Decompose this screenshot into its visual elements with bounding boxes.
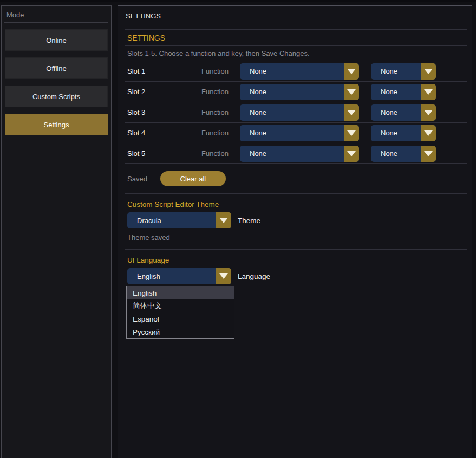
mode-sidebar: Mode Online Offline Custom Scripts Setti…: [1, 5, 112, 458]
slot-key-value: None: [371, 129, 421, 137]
dropdown-arrow-icon: [219, 218, 228, 223]
sidebar-item-online[interactable]: Online: [5, 29, 108, 51]
slot-key-select[interactable]: None: [371, 146, 436, 162]
dropdown-arrow-icon: [347, 151, 356, 156]
slot-name-label: Slot 3: [127, 108, 201, 116]
slot-function-select[interactable]: None: [240, 125, 359, 141]
language-option-label: Español: [133, 315, 159, 323]
slot-function-select[interactable]: None: [240, 104, 359, 121]
slot-name-label: Slot 2: [127, 88, 201, 96]
slot-key-arrow-button[interactable]: [421, 125, 436, 141]
dropdown-arrow-icon: [424, 130, 433, 136]
slot-name-label: Slot 4: [127, 129, 201, 137]
mode-button-label: Custom Scripts: [32, 93, 80, 101]
language-option[interactable]: Русский: [127, 325, 234, 338]
slot-key-value: None: [371, 149, 421, 158]
theme-select-label: Theme: [238, 217, 260, 225]
slot-function-select[interactable]: None: [240, 84, 359, 100]
page-title: SETTINGS: [118, 6, 472, 24]
slot-function-arrow-button[interactable]: [344, 146, 359, 162]
slot-function-label: Function: [201, 149, 240, 158]
settings-panel: SETTINGS SETTINGS Slots 1-5. Choose a fu…: [118, 5, 472, 458]
language-option-label: 简体中文: [133, 301, 162, 311]
mode-button-label: Settings: [44, 121, 69, 129]
dropdown-arrow-icon: [424, 89, 433, 95]
window-top-strip: [0, 0, 476, 2]
slots-list: Slot 1 Function None None Slot 2 Functio…: [125, 61, 467, 164]
slot-function-value: None: [240, 108, 344, 116]
slot-function-value: None: [240, 67, 344, 75]
language-select-value: English: [127, 272, 216, 280]
dropdown-arrow-icon: [347, 89, 356, 95]
slot-function-arrow-button[interactable]: [344, 84, 359, 100]
slot-name-label: Slot 1: [127, 67, 201, 75]
language-options-list: English 简体中文 Español Русский: [126, 286, 234, 339]
slot-key-value: None: [371, 108, 421, 116]
slot-key-select[interactable]: None: [371, 84, 436, 100]
slot-function-label: Function: [201, 108, 240, 116]
sidebar-item-settings[interactable]: Settings: [5, 114, 108, 135]
language-select-label: Language: [238, 272, 270, 280]
settings-content-panel: SETTINGS Slots 1-5. Choose a function an…: [125, 24, 467, 458]
slot-function-select[interactable]: None: [240, 146, 359, 162]
dropdown-arrow-icon: [347, 69, 356, 74]
slot-function-label: Function: [201, 67, 240, 75]
slot-function-arrow-button[interactable]: [344, 125, 359, 141]
slot-row: Slot 1 Function None None: [125, 61, 467, 82]
sidebar-item-custom-scripts[interactable]: Custom Scripts: [5, 86, 108, 107]
dropdown-arrow-icon: [347, 110, 356, 115]
mode-button-list: Online Offline Custom Scripts Settings: [5, 29, 108, 135]
slot-row: Slot 4 Function None None: [125, 123, 467, 143]
theme-section: Custom Script Editor Theme Dracula Theme…: [125, 194, 467, 250]
theme-select[interactable]: Dracula: [127, 212, 231, 228]
language-option[interactable]: Español: [127, 312, 234, 325]
sidebar-item-offline[interactable]: Offline: [5, 57, 108, 79]
slot-row: Slot 3 Function None None: [125, 102, 467, 123]
slot-key-arrow-button[interactable]: [421, 146, 436, 162]
slot-key-select[interactable]: None: [371, 104, 436, 121]
mode-button-label: Online: [46, 36, 67, 44]
slot-function-arrow-button[interactable]: [344, 63, 359, 80]
saved-status: Saved: [127, 175, 147, 183]
mode-button-label: Offline: [46, 64, 66, 73]
language-section-heading: UI Language: [127, 254, 465, 268]
slot-function-select[interactable]: None: [240, 63, 359, 80]
slot-key-select[interactable]: None: [371, 125, 436, 141]
language-option-label: Русский: [133, 328, 160, 336]
theme-select-arrow-button[interactable]: [216, 212, 231, 228]
slot-key-arrow-button[interactable]: [421, 63, 436, 80]
dropdown-arrow-icon: [347, 130, 356, 136]
slot-function-value: None: [240, 129, 344, 137]
slot-function-label: Function: [201, 129, 240, 137]
dropdown-arrow-icon: [424, 69, 433, 74]
slot-row: Slot 5 Function None None: [125, 143, 467, 164]
slot-key-value: None: [371, 88, 421, 96]
theme-section-heading: Custom Script Editor Theme: [127, 198, 465, 212]
language-option-label: English: [133, 289, 157, 297]
clear-all-button[interactable]: Clear all: [160, 171, 226, 186]
slot-key-value: None: [371, 67, 421, 75]
panel-top-spacer: [125, 24, 467, 30]
slot-key-arrow-button[interactable]: [421, 104, 436, 121]
language-option[interactable]: 简体中文: [127, 299, 234, 312]
language-option[interactable]: English: [127, 286, 234, 299]
slot-row: Slot 2 Function None None: [125, 82, 467, 102]
slot-key-select[interactable]: None: [371, 63, 436, 80]
language-select-arrow-button[interactable]: [216, 268, 231, 284]
slot-name-label: Slot 5: [127, 149, 201, 158]
slot-function-value: None: [240, 88, 344, 96]
scrollbar-track[interactable]: [474, 5, 474, 458]
language-section: UI Language English Language English 简体中…: [125, 250, 467, 339]
slot-key-arrow-button[interactable]: [421, 84, 436, 100]
dropdown-arrow-icon: [424, 151, 433, 156]
language-select[interactable]: English: [127, 268, 231, 284]
saved-row: Saved Clear all: [125, 164, 467, 194]
slot-function-value: None: [240, 149, 344, 158]
dropdown-arrow-icon: [219, 273, 228, 279]
settings-section-heading: SETTINGS: [125, 30, 467, 46]
slot-function-arrow-button[interactable]: [344, 104, 359, 121]
slot-function-label: Function: [201, 88, 240, 96]
slots-description: Slots 1-5. Choose a function and key, th…: [125, 46, 467, 61]
theme-saved-status: Theme saved: [127, 228, 465, 249]
mode-section-label: Mode: [4, 6, 108, 23]
